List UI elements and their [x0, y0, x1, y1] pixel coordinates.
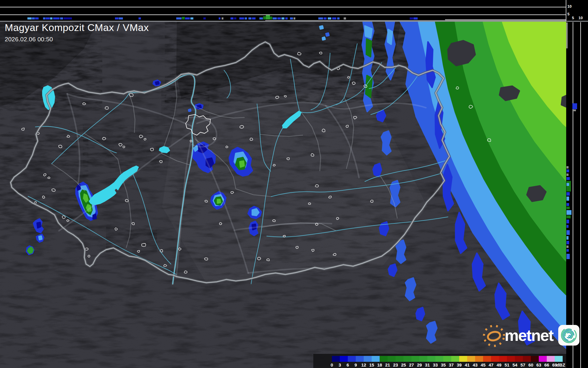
right-profile-echo	[566, 220, 569, 223]
colorbar-swatch	[427, 356, 435, 362]
precip-cell	[189, 109, 191, 111]
colorbar-swatch	[403, 356, 411, 362]
logo-wordmark: metnet	[505, 326, 553, 344]
colorbar-swatch	[348, 356, 356, 362]
colorbar-swatch	[388, 356, 396, 362]
colorbar-label: 9	[355, 362, 357, 367]
precip-cell	[240, 161, 244, 167]
coverage-bar-right	[566, 22, 568, 48]
right-profile-echo	[566, 241, 569, 244]
colorbar-label: 3	[339, 362, 341, 367]
precip-cell	[427, 322, 437, 343]
timestamp: 2026.02.06 00:50	[5, 36, 149, 43]
top-profile-echo	[139, 17, 141, 19]
right-profile-echo	[566, 174, 569, 176]
top-profile-echo	[332, 17, 336, 19]
top-profile-echo	[248, 17, 251, 19]
colorbar-swatch	[507, 356, 515, 362]
right-profile-echo	[566, 225, 569, 228]
colorbar-label: 37	[449, 362, 454, 367]
colorbar-label: 66	[544, 362, 549, 367]
colorbar-swatches	[332, 356, 563, 362]
precip-cell	[39, 236, 42, 240]
colorbar-swatch	[332, 356, 340, 362]
top-profile-echo	[203, 17, 206, 19]
top-profile-echo	[281, 17, 284, 19]
colorbar-label: 57	[521, 362, 526, 367]
colorbar-label: 15	[369, 362, 374, 367]
colorbar-label: 27	[409, 362, 414, 367]
top-profile-echo	[344, 17, 346, 19]
precip-cell	[500, 86, 519, 100]
right-profile-echo	[566, 181, 571, 192]
top-profile-echo	[285, 17, 288, 19]
precip-cell	[381, 131, 391, 155]
precip-cell	[218, 199, 220, 203]
right-profile-tick-5: 5	[572, 16, 574, 20]
precip-cell	[365, 26, 372, 38]
colorbar-swatch	[515, 356, 523, 362]
colorbar-label: 25	[401, 362, 406, 367]
colorbar-label: 45	[481, 362, 486, 367]
colorbar-label: 54	[513, 362, 518, 367]
colorbar-swatch	[547, 356, 555, 362]
colorbar-label: 41	[465, 362, 470, 367]
colorbar-swatch	[475, 356, 483, 362]
colorbar-label: 43	[473, 362, 478, 367]
top-profile-echo	[115, 17, 118, 19]
top-profile-echo	[43, 17, 45, 19]
colorbar-label: 49	[497, 362, 502, 367]
colorbar-swatch	[467, 356, 475, 362]
top-profile-echo	[270, 17, 272, 19]
top-profile-echo	[230, 17, 233, 19]
title-block: Magyar Kompozit CMax / VMax 2026.02.06 0…	[5, 22, 149, 43]
colorbar-swatch	[356, 356, 364, 362]
top-profile-echo	[266, 15, 270, 19]
colorbar-swatch	[459, 356, 467, 362]
right-profile-echo	[566, 169, 569, 172]
map-panel	[0, 21, 566, 368]
top-profile-echo	[182, 17, 185, 19]
right-profile-echo	[566, 177, 570, 180]
top-profile-echo	[263, 16, 266, 19]
colorbar-swatch	[531, 356, 539, 362]
precip-cell	[320, 26, 323, 29]
top-profile-echo	[252, 17, 256, 19]
precip-cell	[37, 223, 41, 228]
colorbar-label: 35	[441, 362, 446, 367]
colorbar-label: 12	[361, 362, 366, 367]
top-profile-echo	[239, 17, 244, 19]
right-profile-echo	[566, 230, 570, 235]
metnet-logo: metnet	[482, 323, 580, 348]
top-profile-echo	[32, 17, 35, 19]
colorbar-swatch	[491, 356, 499, 362]
top-profile-echo	[35, 17, 39, 19]
top-profile-echo	[50, 17, 52, 19]
colorbar-swatch	[372, 356, 380, 362]
colorbar-swatch	[499, 356, 507, 362]
right-profile-tick-10: 10	[579, 16, 583, 20]
precip-cell	[93, 214, 96, 219]
colorbar-label: 51	[505, 362, 510, 367]
colorbar-swatch	[340, 356, 348, 362]
colorbar-swatch	[419, 356, 427, 362]
right-profile-echo	[566, 249, 569, 252]
top-profile-echo	[245, 17, 247, 19]
top-profile-echo	[222, 17, 223, 19]
right-profile-panel	[566, 0, 588, 368]
top-profile-echo	[234, 17, 236, 19]
colorbar-label: 60	[528, 362, 533, 367]
radar-scene	[0, 0, 588, 368]
precip-cell	[28, 247, 33, 253]
top-profile-tick-10: 10	[567, 4, 571, 8]
top-profile-echo	[273, 17, 277, 19]
right-profile-echo	[566, 246, 569, 248]
colorbar-label: 29	[417, 362, 422, 367]
page-title: Magyar Kompozit CMax / VMax	[5, 22, 149, 33]
precip-cell	[252, 209, 259, 215]
right-profile-echo	[566, 254, 570, 259]
colorbar-label: 47	[489, 362, 494, 367]
colorbar-swatch	[523, 356, 531, 362]
colorbar-label: 23	[393, 362, 398, 367]
precip-cell	[373, 163, 381, 176]
